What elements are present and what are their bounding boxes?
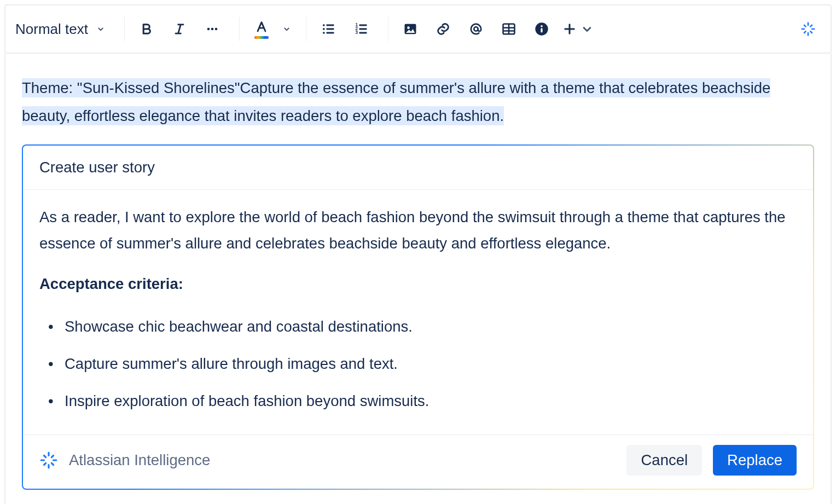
numbered-list-icon: 1 2 3 xyxy=(353,21,369,37)
chevron-down-icon xyxy=(96,24,106,34)
editor-app: Normal text xyxy=(0,0,836,504)
more-formatting-button[interactable] xyxy=(200,16,225,42)
chevron-down-icon[interactable] xyxy=(282,24,292,34)
bullet-list-button[interactable] xyxy=(316,16,341,42)
atlassian-intelligence-button[interactable] xyxy=(796,16,821,42)
svg-text:3: 3 xyxy=(355,30,358,35)
ai-criteria-item: Capture summer's allure through images a… xyxy=(65,347,797,380)
cancel-button[interactable]: Cancel xyxy=(626,445,702,476)
bold-button[interactable] xyxy=(134,16,159,42)
numbered-list-button[interactable]: 1 2 3 xyxy=(349,16,374,42)
mention-icon xyxy=(468,21,484,37)
ai-prompt-input[interactable]: Create user story xyxy=(23,146,813,190)
svg-point-14 xyxy=(541,25,543,27)
ai-footer: Atlassian Intelligence Cancel Replace xyxy=(23,435,813,489)
chevron-down-icon xyxy=(579,21,595,37)
svg-point-0 xyxy=(207,28,210,31)
ai-criteria-item: Showcase chic beachwear and coastal dest… xyxy=(65,310,797,343)
info-icon xyxy=(534,21,549,37)
svg-point-4 xyxy=(323,28,325,30)
svg-point-5 xyxy=(323,32,325,34)
ai-prompt-value: Create user story xyxy=(39,159,155,176)
plus-icon xyxy=(562,21,577,37)
ai-story-text: As a reader, I want to explore the world… xyxy=(39,204,797,257)
mention-button[interactable] xyxy=(463,16,489,42)
selected-text: Theme: "Sun-Kissed Shorelines"Capture th… xyxy=(22,78,770,125)
editor-body[interactable]: Theme: "Sun-Kissed Shorelines"Capture th… xyxy=(4,54,832,504)
svg-point-2 xyxy=(215,28,218,31)
ellipsis-icon xyxy=(205,21,220,37)
ai-output: As a reader, I want to explore the world… xyxy=(23,190,813,435)
ai-criteria-list: Showcase chic beachwear and coastal dest… xyxy=(39,310,797,418)
text-style-picker[interactable]: Normal text xyxy=(15,21,110,38)
svg-point-10 xyxy=(407,26,410,29)
bullet-list-icon xyxy=(321,21,336,37)
table-button[interactable] xyxy=(496,16,521,42)
link-icon xyxy=(436,21,451,37)
table-icon xyxy=(501,21,516,37)
ai-criteria-heading: Acceptance criteria: xyxy=(39,271,797,297)
text-style-label: Normal text xyxy=(15,21,88,38)
text-color-button[interactable] xyxy=(249,16,274,42)
editor-toolbar: Normal text xyxy=(4,4,832,54)
svg-point-1 xyxy=(211,28,214,31)
svg-point-3 xyxy=(323,24,325,26)
italic-button[interactable] xyxy=(167,16,192,42)
atlassian-intelligence-icon xyxy=(39,451,58,470)
theme-paragraph[interactable]: Theme: "Sun-Kissed Shorelines"Capture th… xyxy=(22,74,814,130)
info-panel-button[interactable] xyxy=(529,16,554,42)
atlassian-intelligence-icon xyxy=(800,21,816,37)
svg-rect-15 xyxy=(541,28,542,32)
italic-icon xyxy=(172,21,187,37)
ai-panel: Create user story As a reader, I want to… xyxy=(22,144,814,490)
ai-footer-label: Atlassian Intelligence xyxy=(69,451,210,469)
bold-icon xyxy=(139,21,154,37)
text-color-icon xyxy=(254,20,269,35)
image-button[interactable] xyxy=(398,16,423,42)
color-swatch-icon xyxy=(254,36,269,39)
link-button[interactable] xyxy=(431,16,456,42)
insert-more-button[interactable] xyxy=(562,16,595,42)
image-icon xyxy=(403,21,418,37)
ai-criteria-item: Inspire exploration of beach fashion bey… xyxy=(65,385,797,418)
replace-button[interactable]: Replace xyxy=(713,445,797,476)
